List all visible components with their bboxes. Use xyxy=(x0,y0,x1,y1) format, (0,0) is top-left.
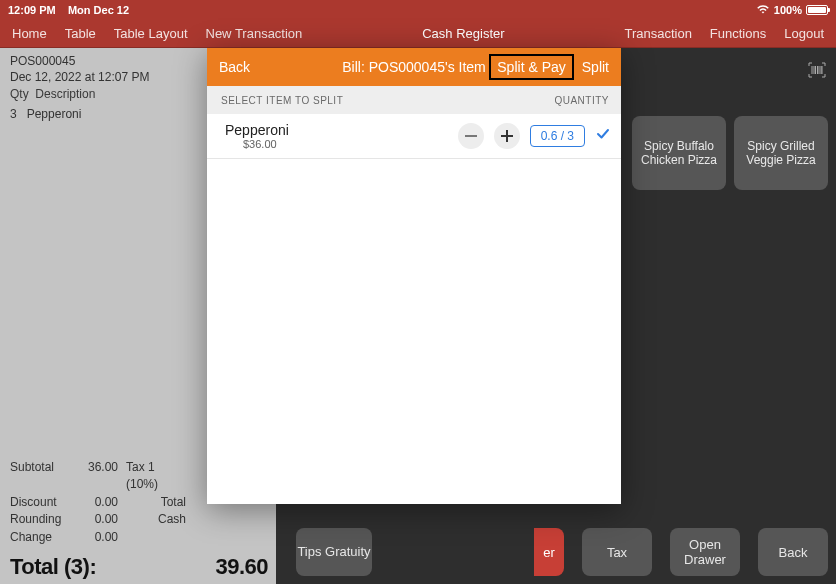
battery-percent: 100% xyxy=(774,4,802,16)
quantity-label: QUANTITY xyxy=(554,95,609,106)
qty-controls: 0.6 / 3 xyxy=(458,123,611,149)
status-time-date: 12:09 PM Mon Dec 12 xyxy=(8,4,129,16)
total-label: Total (3): xyxy=(10,554,96,580)
wifi-icon xyxy=(756,4,770,16)
status-right: 100% xyxy=(756,4,828,16)
minus-button[interactable] xyxy=(458,123,484,149)
open-drawer-button[interactable]: Open Drawer xyxy=(670,528,740,576)
rounding-value: 0.00 xyxy=(78,511,118,528)
line-qty: 3 xyxy=(10,107,17,121)
select-item-label: SELECT ITEM TO SPLIT xyxy=(221,95,343,106)
product-tile-spicy-buffalo[interactable]: Spicy Buffalo Chicken Pizza xyxy=(632,116,726,190)
status-time: 12:09 PM xyxy=(8,4,56,16)
cash-label: Cash xyxy=(126,511,186,528)
status-bar: 12:09 PM Mon Dec 12 100% xyxy=(0,0,836,20)
plus-button[interactable] xyxy=(494,123,520,149)
split-item-row[interactable]: Pepperoni $36.00 0.6 / 3 xyxy=(207,114,621,159)
menu-transaction[interactable]: Transaction xyxy=(624,26,691,41)
tips-gratuity-button[interactable]: Tips Gratuity xyxy=(296,528,372,576)
split-modal: Back Bill: POS000045's Item Split & Pay … xyxy=(207,48,621,504)
modal-subheader: SELECT ITEM TO SPLIT QUANTITY xyxy=(207,86,621,114)
menu-new-transaction[interactable]: New Transaction xyxy=(206,26,303,41)
tax-label: Tax 1 (10%) xyxy=(126,459,186,494)
product-tile-spicy-veggie[interactable]: Spicy Grilled Veggie Pizza xyxy=(734,116,828,190)
subtotal-label: Subtotal xyxy=(10,459,70,494)
menu-home[interactable]: Home xyxy=(12,26,47,41)
split-and-pay-button[interactable]: Split & Pay xyxy=(489,54,573,80)
modal-body: Pepperoni $36.00 0.6 / 3 xyxy=(207,114,621,504)
split-item-price: $36.00 xyxy=(243,138,458,150)
discount-value: 0.00 xyxy=(78,494,118,511)
change-value: 0.00 xyxy=(78,529,118,546)
check-icon[interactable] xyxy=(595,126,611,146)
svg-rect-0 xyxy=(465,135,477,137)
receipt-datetime: Dec 12, 2022 at 12:07 PM xyxy=(10,70,149,86)
discount-label: Discount xyxy=(10,494,70,511)
tax-button[interactable]: Tax xyxy=(582,528,652,576)
menu-table-layout[interactable]: Table Layout xyxy=(114,26,188,41)
minus-icon xyxy=(465,135,477,137)
battery-icon xyxy=(806,5,828,15)
top-menu: Home Table Table Layout New Transaction … xyxy=(0,20,836,48)
quantity-box[interactable]: 0.6 / 3 xyxy=(530,125,585,147)
receipt-total-row: Total (3): 39.60 xyxy=(10,554,268,580)
bottom-back-button[interactable]: Back xyxy=(758,528,828,576)
receipt-id: POS000045 xyxy=(10,54,75,70)
plus-icon xyxy=(501,130,513,142)
change-label: Change xyxy=(10,529,70,546)
subtotal-value: 36.00 xyxy=(78,459,118,494)
total-taxed-label: Total xyxy=(126,494,186,511)
split-button[interactable]: Split xyxy=(582,59,609,75)
line-desc: Pepperoni xyxy=(27,107,82,121)
menu-title: Cash Register xyxy=(302,26,624,41)
barcode-icon[interactable] xyxy=(808,62,826,82)
split-item-name: Pepperoni xyxy=(225,122,458,138)
rounding-label: Rounding xyxy=(10,511,70,528)
menu-logout[interactable]: Logout xyxy=(784,26,824,41)
svg-rect-2 xyxy=(501,135,513,137)
total-value: 39.60 xyxy=(215,554,268,580)
col-desc: Description xyxy=(35,87,95,101)
col-qty: Qty xyxy=(10,87,29,101)
status-date: Mon Dec 12 xyxy=(68,4,129,16)
modal-header: Back Bill: POS000045's Item Split & Pay … xyxy=(207,48,621,86)
menu-table[interactable]: Table xyxy=(65,26,96,41)
partial-red-button[interactable]: er xyxy=(534,528,564,576)
modal-back-button[interactable]: Back xyxy=(219,59,250,75)
menu-functions[interactable]: Functions xyxy=(710,26,766,41)
